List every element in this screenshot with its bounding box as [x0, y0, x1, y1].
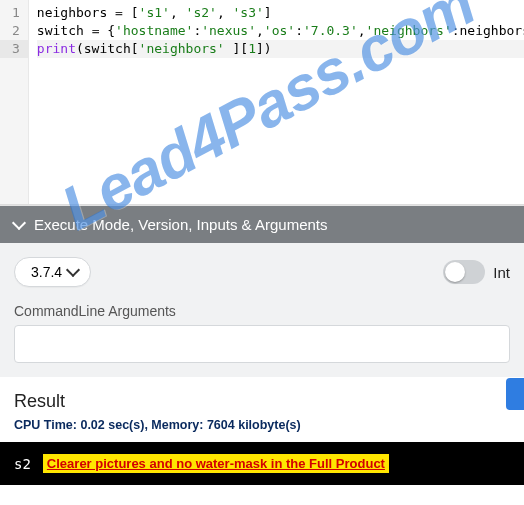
execute-mode-accordion[interactable]: Execute Mode, Version, Inputs & Argument… — [0, 206, 524, 243]
line-number-gutter: 1 2 3 — [0, 0, 29, 204]
result-meta: CPU Time: 0.02 sec(s), Memory: 7604 kilo… — [14, 418, 510, 432]
code-editor[interactable]: 1 2 3 neighbors = ['s1', 's2', 's3']swit… — [0, 0, 524, 205]
promo-banner[interactable]: Clearer pictures and no water-mask in th… — [43, 454, 389, 473]
accordion-title: Execute Mode, Version, Inputs & Argument… — [34, 216, 328, 233]
result-section: Result CPU Time: 0.02 sec(s), Memory: 76… — [0, 377, 524, 432]
version-value: 3.7.4 — [31, 264, 62, 280]
terminal-output: s2 — [14, 456, 31, 472]
result-title: Result — [14, 391, 510, 412]
chevron-down-icon — [12, 215, 26, 229]
interactive-toggle[interactable] — [443, 260, 485, 284]
version-dropdown[interactable]: 3.7.4 — [14, 257, 91, 287]
output-terminal: s2 Clearer pictures and no water-mask in… — [0, 442, 524, 485]
toggle-knob — [445, 262, 465, 282]
controls-panel: Execute Mode, Version, Inputs & Argument… — [0, 205, 524, 377]
interactive-label: Int — [493, 264, 510, 281]
args-label: CommandLine Arguments — [0, 293, 524, 325]
commandline-arguments-input[interactable] — [14, 325, 510, 363]
code-content[interactable]: neighbors = ['s1', 's2', 's3']switch = {… — [29, 0, 524, 204]
execute-button[interactable] — [506, 378, 524, 410]
